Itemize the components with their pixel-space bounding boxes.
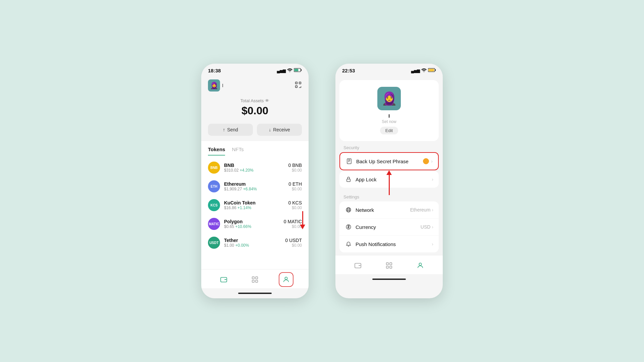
svg-rect-16 [256,280,258,282]
svg-point-25 [346,207,351,212]
receive-icon: ↓ [269,127,271,132]
down-arrow-annotation [300,211,305,229]
svg-point-18 [424,71,425,72]
token-balance-kcs: 0 KCS $0.00 [288,200,302,210]
nav-apps[interactable] [248,272,262,287]
svg-rect-24 [347,179,351,182]
list-item[interactable]: USDT Tether $1.00 +0.00% 0 USDT $0.00 [201,233,309,252]
right-status-bar: 22:53 ▄▅▆ ⚡ [335,64,443,76]
signal-icon: ▄▅▆ [411,68,420,73]
security-section-header: Security [335,141,443,152]
list-item[interactable]: ETH Ethereum $1,909.27 +6.84% 0 ETH $0.0… [201,177,309,196]
svg-rect-4 [296,82,298,84]
up-arrow-annotation [386,170,392,195]
wallet-name: I [222,83,223,88]
warning-badge [423,158,429,164]
total-assets-section: Total Assets 👁 $0.00 [201,95,309,124]
token-icon-usdt: USDT [208,237,220,249]
signal-icon: ▄▅▆ [277,68,286,73]
token-list: BNB BNB $310.02 +4.20% 0 BNB $0.00 ETH E… [201,156,309,255]
left-phone: 18:38 ▄▅▆ 🧕 I [201,64,309,298]
token-icon-bnb: BNB [208,162,220,174]
token-balance-usdt: 0 USDT $0.00 [285,238,302,248]
svg-rect-34 [386,266,388,268]
send-button[interactable]: ↑ Send [208,124,253,136]
scan-icon[interactable] [294,81,302,90]
left-status-bar: 18:38 ▄▅▆ [201,64,309,76]
svg-rect-32 [386,263,388,265]
right-home-indicator [335,274,443,284]
avatar-small[interactable]: 🧕 [208,79,220,92]
right-phone: 22:53 ▄▅▆ ⚡ 🧕 I Set now Edit Security [335,64,443,298]
chevron-right-icon: › [432,224,433,230]
chevron-right-icon: › [431,159,433,164]
tab-nfts[interactable]: NFTs [232,146,244,156]
token-icon-kcs: KCS [208,199,220,211]
wifi-icon [287,68,292,73]
svg-point-31 [359,265,360,266]
svg-rect-20 [435,69,436,71]
token-info-kcs: KuCoin Token $16.86 +1.14% [224,200,284,210]
send-icon: ↑ [223,127,225,132]
currency-label: Currency [356,224,421,230]
svg-point-26 [347,207,350,212]
profile-name: I [388,113,390,119]
token-balance-eth: 0 ETH $0.00 [288,181,302,191]
nav-wallet[interactable] [216,272,231,287]
header-left: 🧕 I [208,79,223,92]
list-item[interactable]: BNB BNB $310.02 +4.20% 0 BNB $0.00 [201,158,309,177]
token-info-matic: Polygon $0.65 +10.66% [224,219,280,229]
right-status-icons: ▄▅▆ ⚡ [411,68,436,73]
left-status-icons: ▄▅▆ [277,68,302,73]
tabs-row: Tokens NFTs [201,141,309,156]
globe-icon [345,206,352,214]
svg-rect-35 [390,266,392,268]
currency-value: USD [421,224,431,230]
svg-rect-33 [390,263,392,265]
menu-item-currency[interactable]: Currency USD › [339,219,439,236]
bell-icon [345,240,352,248]
svg-point-12 [224,279,225,280]
menu-item-push[interactable]: Push Notifications › [339,236,439,252]
token-icon-matic: MATIC [208,218,220,230]
battery-icon [294,68,302,73]
document-icon [345,158,353,165]
left-home-indicator [201,288,309,298]
left-phone-wrapper: 18:38 ▄▅▆ 🧕 I [201,64,309,298]
svg-rect-6 [296,85,298,87]
svg-text:⚡: ⚡ [430,69,433,72]
nav-apps[interactable] [382,258,396,273]
applock-label: App Lock [356,177,432,182]
menu-item-network[interactable]: Network Ethereum › [339,201,439,219]
wallet-header: 🧕 I [201,76,309,95]
action-buttons: ↑ Send ↓ Receive [201,124,309,141]
nav-profile[interactable] [413,258,428,273]
right-phone-wrapper: 22:53 ▄▅▆ ⚡ 🧕 I Set now Edit Security [335,64,443,298]
eye-icon[interactable]: 👁 [265,98,269,103]
total-assets-amount: $0.00 [208,105,302,117]
chevron-right-icon: › [432,207,433,213]
svg-rect-3 [294,69,298,71]
edit-button[interactable]: Edit [380,127,398,134]
backup-secret-phrase-card[interactable]: Back Up Secret Phrase › [339,152,439,170]
token-info-eth: Ethereum $1,909.27 +6.84% [224,181,284,191]
right-time: 22:53 [342,68,355,73]
list-item[interactable]: KCS KuCoin Token $16.86 +1.14% 0 KCS $0.… [201,196,309,215]
list-item[interactable]: MATIC Polygon $0.65 +10.66% 0 MATIC $0.0… [201,215,309,233]
svg-rect-2 [301,69,302,71]
settings-card: Network Ethereum › Currency USD › Push N… [339,201,439,252]
nav-profile[interactable] [279,272,293,287]
push-label: Push Notifications [356,241,432,247]
avatar-emoji: 🧕 [210,81,218,89]
svg-rect-15 [252,280,254,282]
tab-tokens[interactable]: Tokens [208,146,225,156]
receive-button[interactable]: ↓ Receive [257,124,302,136]
menu-item-backup[interactable]: Back Up Secret Phrase › [340,153,438,170]
nav-wallet[interactable] [351,258,365,273]
chevron-right-icon: › [432,241,433,247]
right-bottom-nav [335,255,443,274]
svg-rect-13 [252,277,254,279]
tokens-content: Tokens NFTs BNB BNB $310.02 +4.20% 0 BNB… [201,141,309,269]
backup-label: Back Up Secret Phrase [356,159,423,164]
token-info-usdt: Tether $1.00 +0.00% [224,238,281,248]
